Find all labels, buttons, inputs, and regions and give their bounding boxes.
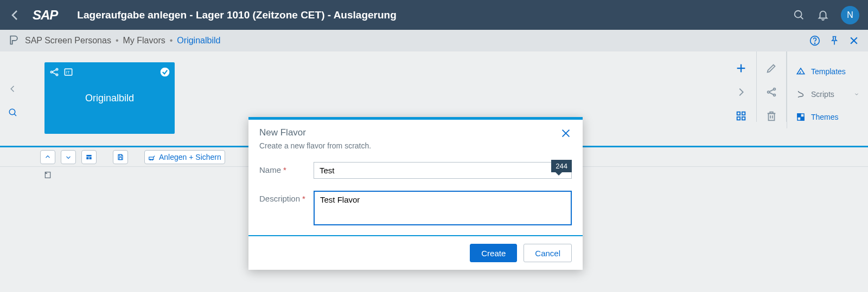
check-circle-icon [159,67,170,77]
description-input[interactable] [314,191,572,225]
create-save-label: Anlegen + Sichern [159,153,221,161]
svg-rect-34 [797,114,801,117]
down-button[interactable] [61,150,76,164]
dialog-close-icon[interactable] [560,127,572,139]
edit-icon[interactable] [765,62,777,74]
svg-point-7 [9,109,15,115]
sheet-icon [43,171,52,179]
flavor-tile-original[interactable]: IT Originalbild [44,62,175,134]
breadcrumb-bar: SAP Screen Personas • My Flavors • Origi… [0,30,868,51]
up-button[interactable] [40,150,55,164]
svg-rect-21 [737,117,741,120]
personas-icon [9,35,20,47]
menu-themes[interactable]: Themes [787,106,868,128]
breadcrumb-item-active[interactable]: Originalbild [177,36,220,46]
cancel-button[interactable]: Cancel [524,244,572,262]
description-label: Description [259,194,300,203]
menu-scripts[interactable]: Scripts [787,83,868,106]
back-icon[interactable] [9,9,22,22]
menu-label: Templates [811,67,846,76]
close-icon[interactable] [848,35,859,46]
svg-point-9 [50,71,52,73]
menu-templates[interactable]: Templates [787,60,868,83]
create-button[interactable]: Create [470,244,517,262]
save-button[interactable] [113,150,128,164]
trash-icon[interactable] [765,110,777,122]
dialog-title: New Flavor [259,127,306,138]
avatar[interactable]: N [841,6,859,24]
svg-line-44 [154,155,155,157]
svg-rect-38 [90,157,92,159]
breadcrumb-item[interactable]: SAP Screen Personas [25,36,111,46]
svg-rect-37 [86,157,88,159]
name-input[interactable] [314,162,572,179]
svg-rect-22 [742,117,745,120]
chevron-left-icon[interactable] [8,84,18,94]
breadcrumb-item[interactable]: My Flavors [123,36,165,46]
svg-rect-36 [86,154,91,156]
svg-line-8 [14,114,16,116]
bell-icon[interactable] [817,9,829,21]
grid-icon[interactable] [735,110,747,122]
pin-icon[interactable] [829,35,840,46]
create-save-button[interactable]: Anlegen + Sichern [144,150,225,164]
svg-rect-19 [737,112,741,115]
menu-label: Scripts [811,90,834,99]
page-title: Lageraufgabe anlegen - Lager 1010 (Zeitz… [77,9,396,21]
svg-point-10 [56,68,58,70]
share2-icon[interactable] [765,86,777,98]
svg-point-25 [774,94,776,96]
search-icon[interactable] [793,9,805,21]
svg-point-0 [795,10,802,17]
it-badge-icon: IT [63,67,74,77]
new-flavor-dialog: New Flavor Create a new flavor from scra… [248,117,583,270]
add-icon[interactable] [735,62,747,74]
svg-rect-28 [769,113,775,120]
svg-line-27 [769,93,773,95]
chevron-right-icon[interactable] [735,86,747,98]
sap-logo: SAP [33,8,58,23]
svg-line-12 [53,70,56,72]
menu-label: Themes [811,113,839,121]
svg-text:IT: IT [66,70,70,75]
svg-rect-35 [801,117,804,120]
svg-line-1 [801,16,803,19]
svg-point-23 [768,91,770,93]
share-icon [49,67,60,77]
svg-point-16 [161,68,170,77]
help-icon[interactable] [809,35,820,46]
svg-point-11 [56,74,58,75]
layout-button[interactable] [81,150,97,164]
svg-line-13 [53,73,56,74]
char-count-badge: 244 [551,160,572,172]
svg-point-3 [814,43,815,43]
find-icon[interactable] [8,108,18,118]
svg-point-24 [774,88,776,90]
svg-rect-40 [119,157,122,159]
name-label: Name [259,165,281,174]
dialog-subtitle: Create a new flavor from scratch. [248,141,583,160]
app-header: SAP Lageraufgabe anlegen - Lager 1010 (Z… [0,0,868,30]
flavor-tile-label: Originalbild [85,93,134,104]
svg-rect-39 [119,154,122,156]
svg-line-26 [769,89,773,92]
svg-rect-20 [742,112,745,115]
